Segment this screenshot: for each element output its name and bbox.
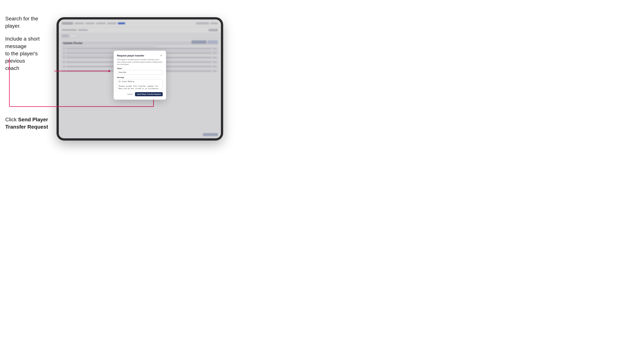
modal-overlay: Request player transfer ✕ If the player … (59, 19, 221, 138)
annotation-area: Search for the player. Include a short m… (5, 15, 54, 77)
search-instruction: Search for the player. (5, 15, 54, 29)
message-instruction: Include a short messageto the player's p… (5, 35, 54, 72)
modal-footer: Cancel Send Player Transfer Request (117, 92, 163, 96)
click-instruction: Click Send Player Transfer Request (5, 116, 50, 131)
modal-title: Request player transfer (117, 54, 144, 57)
tablet-frame: Update Roster (56, 17, 223, 141)
player-search-input[interactable] (117, 70, 163, 75)
tablet-screen: Update Roster (59, 19, 221, 138)
click-instruction-pre: Click (5, 117, 18, 122)
send-transfer-request-button[interactable]: Send Player Transfer Request (135, 92, 163, 96)
modal-description: If the player is transferring from anoth… (117, 58, 163, 66)
message-textarea[interactable]: Hi Coach McHarg, Please accept this tran… (117, 79, 163, 89)
request-transfer-modal: Request player transfer ✕ If the player … (114, 51, 166, 100)
modal-close-button[interactable]: ✕ (160, 54, 163, 57)
message-field-label: Message (117, 76, 163, 78)
cancel-button[interactable]: Cancel (126, 93, 134, 96)
modal-header: Request player transfer ✕ (117, 54, 163, 57)
player-field-label: Player (117, 67, 163, 69)
